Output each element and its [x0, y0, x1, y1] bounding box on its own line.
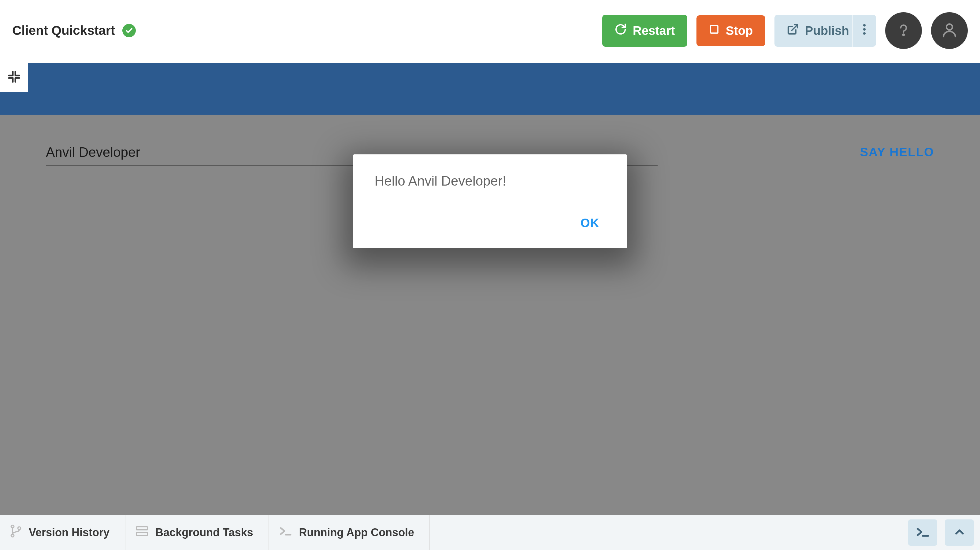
- expand-panel-button[interactable]: [945, 520, 974, 546]
- collapse-icon: [6, 69, 22, 86]
- more-options-button[interactable]: [852, 15, 876, 47]
- svg-point-3: [863, 28, 865, 30]
- restart-label: Restart: [633, 24, 675, 38]
- git-branch-icon: [9, 524, 22, 540]
- running-app-console-button[interactable]: Running App Console: [269, 515, 430, 550]
- console-icon: [278, 524, 293, 541]
- svg-point-2: [863, 24, 865, 26]
- alert-message: Hello Anvil Developer!: [375, 173, 606, 189]
- alert-actions: OK: [375, 213, 606, 233]
- alert-dialog: Hello Anvil Developer! OK: [353, 154, 627, 248]
- status-ok-icon: [123, 24, 136, 37]
- background-tasks-button[interactable]: Background Tasks: [126, 515, 269, 550]
- svg-rect-11: [137, 532, 148, 535]
- app-preview-area: SAY HELLO Hello Anvil Developer! OK: [0, 63, 980, 515]
- stop-label: Stop: [726, 24, 753, 38]
- svg-rect-0: [711, 26, 718, 33]
- version-history-button[interactable]: Version History: [6, 515, 126, 550]
- bottom-bar-right: [908, 520, 974, 546]
- app-banner: [0, 63, 980, 114]
- stop-button[interactable]: Stop: [697, 15, 765, 46]
- restart-button[interactable]: Restart: [602, 15, 687, 47]
- svg-line-1: [792, 25, 797, 30]
- svg-rect-10: [137, 527, 148, 530]
- publish-label: Publish: [805, 24, 849, 38]
- bottom-bar-left: Version History Background Tasks Running…: [6, 515, 430, 550]
- exit-fullscreen-button[interactable]: [0, 63, 28, 92]
- terminal-button[interactable]: [908, 520, 937, 546]
- stop-icon: [709, 24, 720, 38]
- terminal-icon: [915, 524, 931, 541]
- header-left: Client Quickstart: [12, 23, 136, 38]
- version-history-label: Version History: [29, 526, 110, 539]
- header-right: Restart Stop Publish: [602, 12, 968, 49]
- tasks-icon: [135, 524, 149, 541]
- help-icon: [895, 22, 912, 40]
- app-title: Client Quickstart: [12, 23, 115, 38]
- alert-ok-button[interactable]: OK: [574, 213, 606, 233]
- running-app-console-label: Running App Console: [299, 526, 414, 539]
- more-vertical-icon: [862, 23, 866, 38]
- chevron-up-icon: [953, 525, 966, 540]
- help-button[interactable]: [885, 12, 922, 49]
- header: Client Quickstart Restart: [0, 0, 980, 61]
- user-icon: [940, 21, 958, 40]
- bottom-bar: Version History Background Tasks Running…: [0, 515, 980, 550]
- svg-point-5: [903, 34, 904, 36]
- background-tasks-label: Background Tasks: [155, 526, 253, 539]
- external-link-icon: [787, 23, 799, 38]
- publish-button[interactable]: Publish: [775, 15, 861, 47]
- say-hello-button[interactable]: SAY HELLO: [860, 145, 934, 159]
- restart-icon: [614, 23, 627, 38]
- svg-point-6: [947, 24, 952, 30]
- svg-point-4: [863, 32, 865, 35]
- account-button[interactable]: [931, 12, 968, 49]
